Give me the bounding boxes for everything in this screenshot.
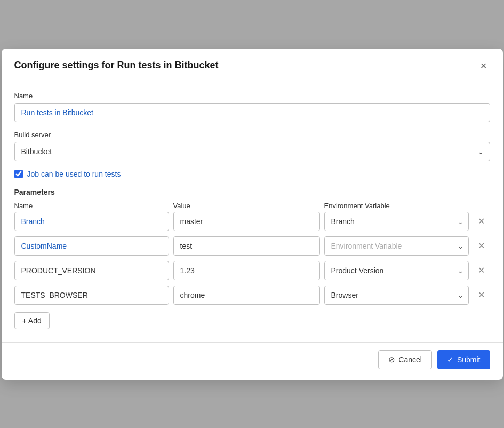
cancel-icon: ⊘ (388, 355, 395, 364)
modal-overlay: Configure settings for Run tests in Bitb… (0, 0, 504, 428)
checkbox-row: Job can be used to run tests (14, 170, 490, 178)
param-value-0[interactable] (173, 212, 320, 231)
params-name-col-label: Name (14, 202, 169, 210)
param-env-select-1[interactable]: Environment Variable (324, 236, 469, 256)
param-remove-button-2[interactable]: ✕ (473, 263, 490, 278)
param-row-2: Product Version ⌄ ✕ (14, 261, 490, 280)
param-remove-button-1[interactable]: ✕ (473, 239, 490, 253)
modal-title: Configure settings for Run tests in Bitb… (14, 60, 219, 71)
param-row-0: Branch ⌄ ✕ (14, 212, 490, 231)
param-env-select-wrapper-0: Branch ⌄ (324, 212, 469, 231)
add-parameter-button[interactable]: + Add (14, 312, 50, 329)
submit-label: Submit (457, 355, 481, 364)
checkbox-label[interactable]: Job can be used to run tests (27, 170, 121, 178)
param-name-3[interactable] (14, 286, 169, 305)
params-env-col-label: Environment Variable (324, 202, 469, 210)
params-value-col-label: Value (173, 202, 320, 210)
param-env-select-wrapper-1: Environment Variable ⌄ (324, 236, 469, 256)
name-group: Name (14, 92, 490, 122)
build-server-select-wrapper: Bitbucket ⌄ (14, 142, 490, 161)
param-remove-button-0[interactable]: ✕ (473, 214, 490, 228)
param-value-3[interactable] (173, 286, 320, 305)
parameters-section: Parameters Name Value Environment Variab… (14, 188, 490, 329)
cancel-label: Cancel (398, 355, 422, 364)
param-row-3: Browser ⌄ ✕ (14, 286, 490, 305)
param-name-1[interactable] (14, 236, 169, 256)
submit-icon: ✓ (447, 355, 454, 364)
param-name-0[interactable] (14, 212, 169, 231)
param-remove-button-3[interactable]: ✕ (473, 288, 490, 302)
name-input[interactable] (14, 103, 490, 122)
name-label: Name (14, 92, 490, 100)
modal: Configure settings for Run tests in Bitb… (2, 49, 503, 380)
modal-body: Name Build server Bitbucket ⌄ Job can be… (2, 81, 503, 338)
param-row-1: Environment Variable ⌄ ✕ (14, 236, 490, 256)
param-value-1[interactable] (173, 236, 320, 256)
build-server-label: Build server (14, 131, 490, 139)
param-env-select-0[interactable]: Branch (324, 212, 469, 231)
close-button[interactable]: × (477, 59, 490, 72)
parameters-section-title: Parameters (14, 188, 490, 196)
params-header: Name Value Environment Variable (14, 202, 490, 210)
run-tests-checkbox[interactable] (14, 170, 23, 178)
build-server-select[interactable]: Bitbucket (14, 142, 490, 161)
submit-button[interactable]: ✓ Submit (437, 350, 490, 369)
param-env-select-3[interactable]: Browser (324, 286, 469, 305)
param-env-select-wrapper-2: Product Version ⌄ (324, 261, 469, 280)
cancel-button[interactable]: ⊘ Cancel (378, 350, 432, 369)
param-env-select-2[interactable]: Product Version (324, 261, 469, 280)
modal-footer: ⊘ Cancel ✓ Submit (2, 342, 503, 380)
build-server-group: Build server Bitbucket ⌄ (14, 131, 490, 161)
param-name-2[interactable] (14, 261, 169, 280)
param-value-2[interactable] (173, 261, 320, 280)
param-env-select-wrapper-3: Browser ⌄ (324, 286, 469, 305)
modal-header: Configure settings for Run tests in Bitb… (2, 49, 503, 81)
